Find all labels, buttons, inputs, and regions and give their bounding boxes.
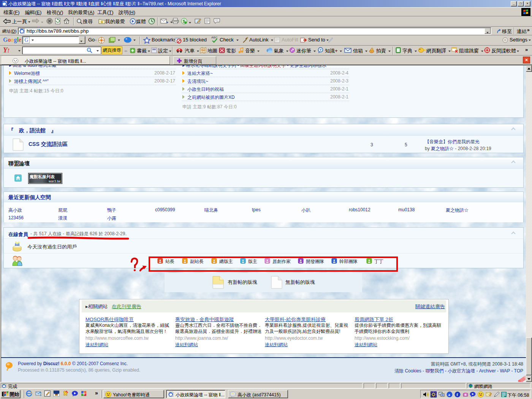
svg-text:”: ” bbox=[125, 38, 127, 42]
svg-text:f: f bbox=[457, 392, 458, 397]
svg-text:?: ? bbox=[320, 48, 322, 52]
svg-text:a: a bbox=[448, 393, 450, 397]
